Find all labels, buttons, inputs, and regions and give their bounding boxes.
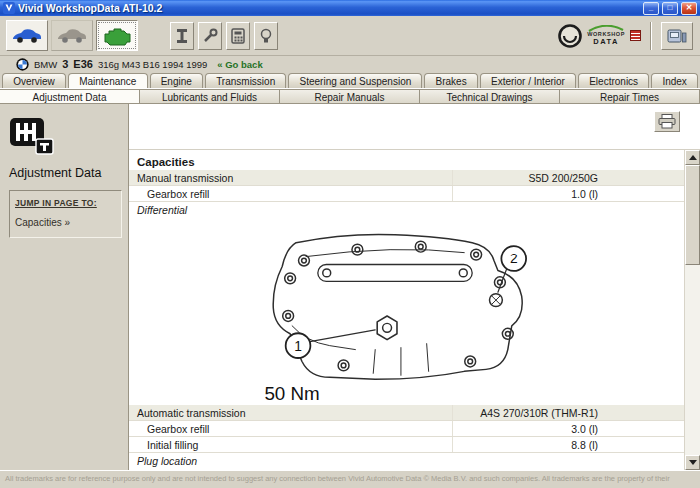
calculator-icon (231, 28, 245, 44)
content-panel: Capacities Manual transmission S5D 200/2… (129, 104, 700, 470)
tab-transmission[interactable]: Transmission (205, 73, 286, 88)
tab-index[interactable]: Index (651, 73, 698, 88)
vehicle-select-button[interactable] (6, 20, 48, 51)
row-label: Plug location (129, 453, 684, 468)
ati-badge[interactable] (630, 30, 641, 41)
adjustment-table: Capacities Manual transmission S5D 200/2… (129, 150, 684, 470)
status-bar: All trademarks are for reference purpose… (0, 470, 700, 488)
sidebar: Adjustment Data JUMP IN PAGE TO: Capacit… (0, 104, 129, 470)
content-header-strip (129, 104, 700, 150)
main-area: Adjustment Data JUMP IN PAGE TO: Capacit… (0, 104, 700, 470)
vehicle-detail: 316g M43 B16 1994 1999 (98, 59, 207, 70)
arrow-down-icon (689, 460, 697, 465)
table-note-row: Differential (129, 202, 684, 217)
adjustment-data-icon (9, 116, 55, 156)
vivid-logo (558, 24, 582, 48)
toolbar-right-cluster: WORKSHOP DATA (558, 22, 694, 50)
tab-brakes[interactable]: Brakes (424, 73, 477, 88)
main-toolbar: WORKSHOP DATA (0, 16, 700, 56)
app-window: Vivid WorkshopData ATI-10.2 _ □ ✕ (0, 0, 700, 488)
help-button[interactable] (254, 22, 278, 50)
vehicle-chassis: E36 (73, 58, 93, 70)
scroll-down-button[interactable] (685, 455, 700, 470)
tab-repair-times[interactable]: Repair Times (559, 89, 700, 104)
callout-2: 2 (510, 251, 518, 267)
calculator-button[interactable] (226, 22, 250, 50)
jump-link-capacities[interactable]: Capacities » (15, 217, 116, 228)
table-row: Initial filling 8.8 (l) (129, 437, 684, 453)
scroll-region: Capacities Manual transmission S5D 200/2… (129, 150, 700, 470)
table-row: Manual transmission S5D 200/250G (129, 170, 684, 186)
row-label: Automatic transmission (129, 405, 452, 420)
table-row: Gearbox refill 1.0 (l) (129, 186, 684, 202)
row-label: Initial filling (129, 437, 452, 452)
row-label: Manual transmission (129, 170, 452, 185)
trademark-disclaimer: All trademarks are for reference purpose… (5, 474, 670, 483)
table-row: Automatic transmission A4S 270/310R (THM… (129, 405, 684, 421)
logo-line2: DATA (593, 38, 619, 46)
secondary-tab-bar: Adjustment Data Lubricants and Fluids Re… (0, 88, 700, 104)
row-value: 1.0 (l) (452, 186, 684, 201)
row-label: Differential (129, 202, 684, 217)
callout-1: 1 (294, 338, 302, 354)
window-title: Vivid WorkshopData ATI-10.2 (18, 2, 640, 14)
tools-button[interactable] (198, 22, 222, 50)
sidebar-title: Adjustment Data (9, 166, 122, 180)
technical-data-button[interactable] (170, 22, 194, 50)
tab-engine[interactable]: Engine (150, 73, 203, 88)
device-icon (667, 28, 687, 44)
tab-electronics[interactable]: Electronics (578, 73, 649, 88)
jump-panel: JUMP IN PAGE TO: Capacities » (9, 190, 122, 238)
workshopdata-logo: WORKSHOP DATA (587, 25, 625, 46)
section-title: Capacities (129, 150, 684, 170)
bulb-icon (259, 28, 273, 44)
tab-exterior-interior[interactable]: Exterior / Interior (480, 73, 576, 88)
primary-tab-bar: Overview Maintenance Engine Transmission… (0, 72, 700, 88)
column-icon (175, 28, 189, 44)
arrow-up-icon (689, 155, 697, 160)
vehicle-make: BMW (34, 59, 57, 70)
differential-diagram: 1 2 50 Nm (225, 217, 565, 405)
go-back-link[interactable]: « Go back (217, 59, 262, 70)
toolbar-separator (650, 22, 652, 50)
tab-overview[interactable]: Overview (2, 73, 66, 88)
row-value: S5D 200/250G (452, 170, 684, 185)
tab-adjustment-data[interactable]: Adjustment Data (0, 89, 140, 104)
car-blue-icon (11, 27, 43, 44)
row-value: 8.8 (l) (452, 437, 684, 452)
scrollbar-thumb[interactable] (685, 165, 700, 265)
row-label: Gearbox refill (129, 421, 452, 436)
scrollbar-track[interactable] (685, 165, 700, 455)
torque-label: 50 Nm (264, 383, 319, 404)
print-button[interactable] (654, 111, 680, 132)
table-row: Gearbox refill 3.0 (l) (129, 421, 684, 437)
row-value: A4S 270/310R (THM-R1) (452, 405, 684, 420)
module-data-button[interactable] (96, 20, 138, 51)
engine-green-icon (102, 25, 132, 47)
row-value: 3.0 (l) (452, 421, 684, 436)
tab-lubricants-and-fluids[interactable]: Lubricants and Fluids (139, 89, 280, 104)
row-label: Gearbox refill (129, 186, 452, 201)
diagram-container: 1 2 50 Nm (129, 217, 684, 405)
tab-technical-drawings[interactable]: Technical Drawings (419, 89, 560, 104)
tab-maintenance[interactable]: Maintenance (68, 73, 148, 88)
app-icon (3, 2, 15, 14)
printer-icon (658, 114, 676, 129)
tab-repair-manuals[interactable]: Repair Manuals (279, 89, 420, 104)
tab-steering-and-suspension[interactable]: Steering and Suspension (288, 73, 422, 88)
vehicle-breadcrumb: BMW 3 E36 316g M43 B16 1994 1999 « Go ba… (0, 56, 700, 72)
title-bar: Vivid WorkshopData ATI-10.2 _ □ ✕ (0, 0, 700, 16)
vertical-scrollbar[interactable] (684, 150, 700, 470)
car-gray-icon (56, 27, 88, 44)
minimize-button[interactable]: _ (643, 2, 659, 15)
table-note-row: Plug location (129, 453, 684, 468)
vehicle-model: 3 (62, 58, 68, 70)
scroll-up-button[interactable] (685, 150, 700, 165)
close-button[interactable]: ✕ (681, 2, 697, 15)
maximize-button[interactable]: □ (662, 2, 678, 15)
vehicle-alt-button[interactable] (51, 20, 93, 51)
bmw-roundel-icon (16, 58, 29, 71)
wrench-icon (202, 28, 218, 44)
device-button[interactable] (661, 22, 693, 50)
jump-in-page-label: JUMP IN PAGE TO: (15, 198, 116, 208)
